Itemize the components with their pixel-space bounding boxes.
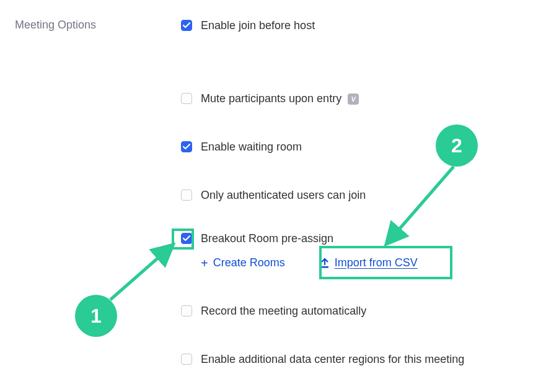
label-record-auto: Record the meeting automatically xyxy=(201,305,366,318)
option-join-before-host-row: Enable join before host xyxy=(181,17,531,33)
checkbox-record-auto[interactable] xyxy=(181,305,192,316)
checkbox-auth-only[interactable] xyxy=(181,189,192,201)
annotation-callout-1: 1 xyxy=(75,295,117,337)
option-auth-only-row: Only authenticated users can join xyxy=(181,187,531,203)
check-icon xyxy=(183,22,190,28)
option-record-auto-row: Record the meeting automatically xyxy=(181,303,531,319)
checkbox-waiting-room[interactable] xyxy=(181,141,192,152)
label-join-before-host: Enable join before host xyxy=(201,19,315,32)
import-csv-label: Import from CSV xyxy=(335,256,418,269)
annotation-callout-2: 2 xyxy=(436,124,478,167)
svg-rect-0 xyxy=(321,266,328,268)
checkbox-breakout-preassign[interactable] xyxy=(181,233,192,244)
import-csv-button[interactable]: Import from CSV xyxy=(320,256,418,269)
check-icon xyxy=(183,235,190,242)
label-breakout-preassign: Breakout Room pre-assign xyxy=(201,232,333,245)
label-data-centers: Enable additional data center regions fo… xyxy=(201,353,464,366)
meeting-options-list: Enable join before host Mute participant… xyxy=(181,17,531,367)
option-breakout-preassign-row: Breakout Room pre-assign xyxy=(181,230,531,246)
create-rooms-label: Create Rooms xyxy=(213,256,285,269)
checkbox-join-before-host[interactable] xyxy=(181,20,192,31)
check-icon xyxy=(183,144,190,150)
breakout-sub-actions: + Create Rooms Import from CSV xyxy=(201,256,531,269)
create-rooms-button[interactable]: + Create Rooms xyxy=(201,256,285,269)
option-waiting-room-row: Enable waiting room xyxy=(181,139,531,155)
label-auth-only: Only authenticated users can join xyxy=(201,189,366,202)
checkbox-mute-on-entry[interactable] xyxy=(181,93,192,104)
checkbox-data-centers[interactable] xyxy=(181,354,192,365)
label-waiting-room: Enable waiting room xyxy=(201,141,302,154)
option-mute-on-entry-row: Mute participants upon entry V xyxy=(181,90,531,107)
label-mute-on-entry: Mute participants upon entry xyxy=(201,92,341,105)
upload-icon xyxy=(320,258,330,269)
locked-badge-icon: V xyxy=(348,94,359,105)
plus-icon: + xyxy=(201,257,208,269)
option-data-centers-row: Enable additional data center regions fo… xyxy=(181,351,531,367)
